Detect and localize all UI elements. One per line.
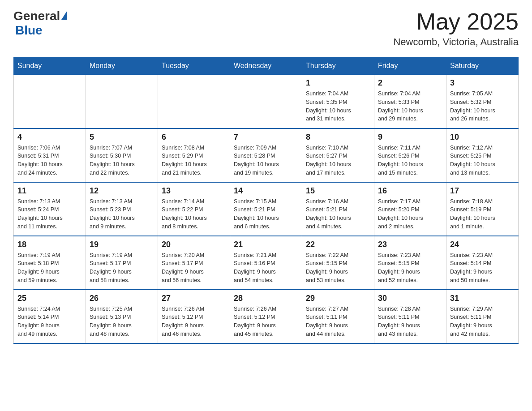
- day-number: 29: [306, 294, 370, 303]
- week-row-4: 18Sunrise: 7:19 AMSunset: 5:18 PMDayligh…: [14, 236, 519, 290]
- day-cell: 21Sunrise: 7:21 AMSunset: 5:16 PMDayligh…: [230, 236, 302, 290]
- day-header-monday: Monday: [86, 57, 158, 75]
- logo: General Blue: [13, 9, 67, 38]
- day-info: Sunrise: 7:12 AMSunset: 5:25 PMDaylight:…: [450, 144, 515, 177]
- day-info: Sunrise: 7:04 AMSunset: 5:35 PMDaylight:…: [306, 90, 370, 123]
- day-info: Sunrise: 7:10 AMSunset: 5:27 PMDaylight:…: [306, 144, 370, 177]
- day-number: 8: [306, 133, 370, 142]
- day-cell: 18Sunrise: 7:19 AMSunset: 5:18 PMDayligh…: [14, 236, 86, 290]
- day-info: Sunrise: 7:04 AMSunset: 5:33 PMDaylight:…: [378, 90, 442, 123]
- day-header-friday: Friday: [374, 57, 446, 75]
- day-cell: 1Sunrise: 7:04 AMSunset: 5:35 PMDaylight…: [302, 75, 374, 128]
- day-number: 23: [378, 240, 442, 249]
- calendar-table: SundayMondayTuesdayWednesdayThursdayFrid…: [13, 57, 519, 344]
- day-cell: 11Sunrise: 7:13 AMSunset: 5:24 PMDayligh…: [14, 182, 86, 236]
- day-number: 28: [234, 294, 298, 303]
- calendar-title: May 2025: [393, 9, 519, 34]
- day-cell: 4Sunrise: 7:06 AMSunset: 5:31 PMDaylight…: [14, 128, 86, 182]
- day-header-tuesday: Tuesday: [158, 57, 230, 75]
- day-cell: 19Sunrise: 7:19 AMSunset: 5:17 PMDayligh…: [86, 236, 158, 290]
- day-info: Sunrise: 7:11 AMSunset: 5:26 PMDaylight:…: [378, 144, 442, 177]
- day-cell: 2Sunrise: 7:04 AMSunset: 5:33 PMDaylight…: [374, 75, 446, 128]
- day-cell: 13Sunrise: 7:14 AMSunset: 5:22 PMDayligh…: [158, 182, 230, 236]
- day-cell: [14, 75, 86, 128]
- week-row-5: 25Sunrise: 7:24 AMSunset: 5:14 PMDayligh…: [14, 290, 519, 343]
- logo-blue-text: Blue: [15, 23, 43, 37]
- day-info: Sunrise: 7:19 AMSunset: 5:17 PMDaylight:…: [90, 251, 154, 285]
- day-info: Sunrise: 7:28 AMSunset: 5:11 PMDaylight:…: [378, 305, 442, 338]
- day-info: Sunrise: 7:23 AMSunset: 5:14 PMDaylight:…: [450, 251, 515, 285]
- day-info: Sunrise: 7:07 AMSunset: 5:30 PMDaylight:…: [90, 144, 154, 177]
- day-info: Sunrise: 7:18 AMSunset: 5:19 PMDaylight:…: [450, 197, 515, 231]
- day-cell: 27Sunrise: 7:26 AMSunset: 5:12 PMDayligh…: [158, 290, 230, 343]
- day-number: 15: [306, 186, 370, 196]
- day-number: 13: [162, 186, 226, 196]
- day-header-sunday: Sunday: [14, 57, 86, 75]
- day-cell: 28Sunrise: 7:26 AMSunset: 5:12 PMDayligh…: [230, 290, 302, 343]
- week-row-1: 1Sunrise: 7:04 AMSunset: 5:35 PMDaylight…: [14, 75, 519, 128]
- day-cell: 8Sunrise: 7:10 AMSunset: 5:27 PMDaylight…: [302, 128, 374, 182]
- day-number: 27: [162, 294, 226, 303]
- day-cell: 7Sunrise: 7:09 AMSunset: 5:28 PMDaylight…: [230, 128, 302, 182]
- day-cell: 26Sunrise: 7:25 AMSunset: 5:13 PMDayligh…: [86, 290, 158, 343]
- day-info: Sunrise: 7:05 AMSunset: 5:32 PMDaylight:…: [450, 90, 515, 123]
- day-info: Sunrise: 7:27 AMSunset: 5:11 PMDaylight:…: [306, 305, 370, 338]
- day-number: 24: [450, 240, 515, 249]
- day-info: Sunrise: 7:16 AMSunset: 5:21 PMDaylight:…: [306, 197, 370, 231]
- day-cell: [86, 75, 158, 128]
- day-number: 25: [17, 294, 82, 303]
- page-header: General Blue May 2025 Newcomb, Victoria,…: [13, 9, 519, 48]
- day-number: 18: [17, 240, 82, 249]
- day-info: Sunrise: 7:19 AMSunset: 5:18 PMDaylight:…: [17, 251, 82, 285]
- day-number: 12: [90, 186, 154, 196]
- day-cell: 20Sunrise: 7:20 AMSunset: 5:17 PMDayligh…: [158, 236, 230, 290]
- day-info: Sunrise: 7:29 AMSunset: 5:11 PMDaylight:…: [450, 305, 515, 338]
- day-info: Sunrise: 7:26 AMSunset: 5:12 PMDaylight:…: [162, 305, 226, 338]
- day-info: Sunrise: 7:22 AMSunset: 5:15 PMDaylight:…: [306, 251, 370, 285]
- day-info: Sunrise: 7:09 AMSunset: 5:28 PMDaylight:…: [234, 144, 298, 177]
- logo-triangle-icon: [61, 11, 67, 20]
- day-cell: 12Sunrise: 7:13 AMSunset: 5:23 PMDayligh…: [86, 182, 158, 236]
- day-info: Sunrise: 7:06 AMSunset: 5:31 PMDaylight:…: [17, 144, 82, 177]
- day-header-wednesday: Wednesday: [230, 57, 302, 75]
- day-number: 1: [306, 78, 370, 88]
- day-info: Sunrise: 7:13 AMSunset: 5:24 PMDaylight:…: [17, 197, 82, 231]
- day-number: 20: [162, 240, 226, 249]
- week-row-3: 11Sunrise: 7:13 AMSunset: 5:24 PMDayligh…: [14, 182, 519, 236]
- day-number: 17: [450, 186, 515, 196]
- day-cell: 31Sunrise: 7:29 AMSunset: 5:11 PMDayligh…: [446, 290, 519, 343]
- day-number: 31: [450, 294, 515, 303]
- day-cell: 15Sunrise: 7:16 AMSunset: 5:21 PMDayligh…: [302, 182, 374, 236]
- day-cell: 29Sunrise: 7:27 AMSunset: 5:11 PMDayligh…: [302, 290, 374, 343]
- day-number: 3: [450, 78, 515, 88]
- day-number: 5: [90, 133, 154, 142]
- day-info: Sunrise: 7:17 AMSunset: 5:20 PMDaylight:…: [378, 197, 442, 231]
- day-info: Sunrise: 7:23 AMSunset: 5:15 PMDaylight:…: [378, 251, 442, 285]
- day-number: 4: [17, 133, 82, 142]
- day-cell: 17Sunrise: 7:18 AMSunset: 5:19 PMDayligh…: [446, 182, 519, 236]
- day-cell: 3Sunrise: 7:05 AMSunset: 5:32 PMDaylight…: [446, 75, 519, 128]
- day-number: 16: [378, 186, 442, 196]
- day-cell: [230, 75, 302, 128]
- logo-general-text: General: [13, 9, 60, 23]
- day-header-saturday: Saturday: [446, 57, 519, 75]
- day-cell: 10Sunrise: 7:12 AMSunset: 5:25 PMDayligh…: [446, 128, 519, 182]
- day-cell: 5Sunrise: 7:07 AMSunset: 5:30 PMDaylight…: [86, 128, 158, 182]
- day-cell: 9Sunrise: 7:11 AMSunset: 5:26 PMDaylight…: [374, 128, 446, 182]
- day-number: 6: [162, 133, 226, 142]
- day-number: 7: [234, 133, 298, 142]
- day-number: 26: [90, 294, 154, 303]
- day-number: 21: [234, 240, 298, 249]
- day-info: Sunrise: 7:13 AMSunset: 5:23 PMDaylight:…: [90, 197, 154, 231]
- day-number: 11: [17, 186, 82, 196]
- day-cell: 24Sunrise: 7:23 AMSunset: 5:14 PMDayligh…: [446, 236, 519, 290]
- day-number: 30: [378, 294, 442, 303]
- calendar-subtitle: Newcomb, Victoria, Australia: [393, 36, 519, 48]
- day-info: Sunrise: 7:21 AMSunset: 5:16 PMDaylight:…: [234, 251, 298, 285]
- day-number: 19: [90, 240, 154, 249]
- day-cell: 30Sunrise: 7:28 AMSunset: 5:11 PMDayligh…: [374, 290, 446, 343]
- day-info: Sunrise: 7:20 AMSunset: 5:17 PMDaylight:…: [162, 251, 226, 285]
- day-cell: [158, 75, 230, 128]
- day-number: 2: [378, 78, 442, 88]
- day-number: 10: [450, 133, 515, 142]
